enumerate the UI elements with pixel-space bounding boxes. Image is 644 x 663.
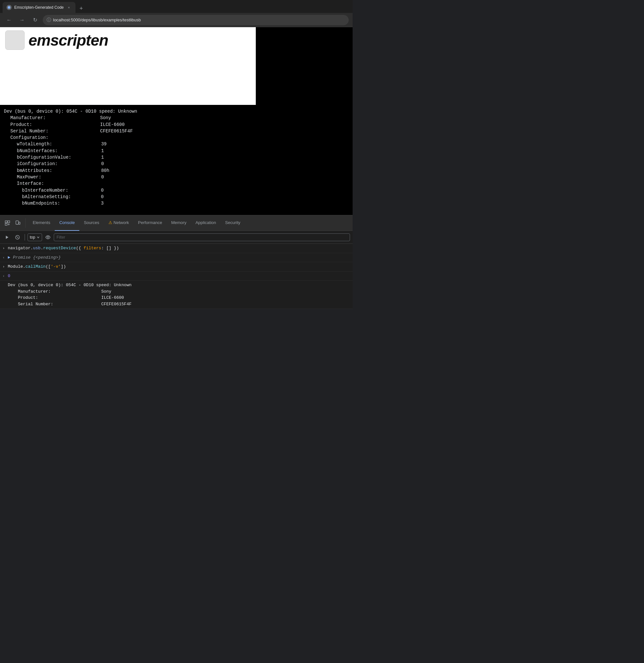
tab-network[interactable]: ⚠ Network	[104, 215, 134, 231]
svg-line-9	[17, 236, 19, 238]
console-arrow-output-2: ‹	[3, 274, 6, 279]
console-text-1: navigator.usb.requestDevice({ filters: […	[8, 245, 350, 252]
tab-console[interactable]: Console	[55, 215, 79, 231]
address-bar[interactable]: ⓘ localhost:5000/deps/libusb/examples/te…	[43, 15, 349, 25]
terminal-line: Manufacturer: Sony	[4, 115, 349, 121]
svg-point-10	[47, 236, 49, 238]
console-entry-1: › navigator.usb.requestDevice({ filters:…	[0, 244, 352, 253]
console-device-line-1: Manufacturer: Sony	[8, 289, 350, 295]
terminal-line: bmAttributes: 80h	[4, 167, 349, 174]
console-text-4: 0	[8, 273, 350, 279]
tab-close-button[interactable]: ×	[66, 5, 72, 10]
url-text: localhost:5000/deps/libusb/examples/test…	[53, 18, 141, 22]
console-device-line-3: Serial Number: CFEFE0615F4F	[8, 301, 350, 307]
console-arrow-input: ›	[3, 246, 6, 251]
page-content-area: emscripten	[0, 27, 352, 105]
console-text-3: Module.callMain(['-v'])	[8, 264, 350, 270]
devtools-tabs: Elements Console Sources ⚠ Network Perfo…	[0, 215, 352, 231]
terminal-line: Interface:	[4, 180, 349, 187]
inspect-element-button[interactable]	[3, 218, 12, 228]
chevron-down-icon	[37, 236, 40, 239]
tab-elements[interactable]: Elements	[28, 215, 55, 231]
svg-rect-2	[8, 221, 10, 223]
clear-console-button[interactable]	[13, 233, 22, 242]
tab-security[interactable]: Security	[221, 215, 245, 231]
terminal-line: iConfiguration: 0	[4, 161, 349, 167]
terminal-line: bNumEndpoints: 3	[4, 200, 349, 207]
tab-performance[interactable]: Performance	[133, 215, 166, 231]
terminal-line: wTotalLength: 39	[4, 141, 349, 147]
svg-rect-5	[19, 222, 20, 224]
svg-rect-4	[16, 221, 19, 224]
terminal-line: bInterfaceNumber: 0	[4, 187, 349, 193]
console-output: › navigator.usb.requestDevice({ filters:…	[0, 244, 352, 309]
terminal-line: Product: ILCE-6600	[4, 121, 349, 128]
eye-button[interactable]	[43, 233, 52, 242]
terminal-line: bConfigurationValue: 1	[4, 154, 349, 161]
logo-text: emscripten	[28, 31, 108, 49]
devtools-panel: Elements Console Sources ⚠ Network Perfo…	[0, 215, 352, 309]
tab-application[interactable]: Application	[191, 215, 221, 231]
console-device-line-2: Product: ILCE-6600	[8, 295, 350, 301]
emscripten-logo: emscripten	[5, 30, 108, 50]
new-tab-button[interactable]: +	[77, 4, 86, 13]
tab-bar: Emscripten-Generated Code × +	[0, 0, 352, 13]
network-warning-icon: ⚠	[109, 220, 112, 225]
console-device-line-header: Dev (bus 0, device 0): 054C - 0D10 speed…	[8, 282, 350, 289]
console-device-info: Dev (bus 0, device 0): 054C - 0D10 speed…	[0, 281, 352, 309]
svg-marker-7	[6, 236, 8, 239]
security-info-icon: ⓘ	[47, 17, 51, 23]
svg-rect-1	[5, 221, 7, 223]
console-arrow-output: ‹	[3, 255, 6, 260]
console-entry-4: ‹ 0	[0, 272, 352, 281]
reload-button[interactable]: ↻	[30, 15, 40, 25]
run-script-button[interactable]	[3, 233, 12, 242]
terminal-line: Serial Number: CFEFE0615F4F	[4, 128, 349, 134]
terminal-line: MaxPower: 0	[4, 174, 349, 180]
logo-icon	[5, 30, 25, 50]
console-arrow-input-2: ›	[3, 264, 6, 270]
active-tab[interactable]: Emscripten-Generated Code ×	[3, 2, 75, 13]
terminal-output: Dev (bus 0, device 0): 054C - 0D10 speed…	[0, 105, 352, 215]
device-toggle-button[interactable]	[13, 218, 23, 228]
back-button[interactable]: ←	[4, 15, 14, 25]
tab-title: Emscripten-Generated Code	[14, 5, 64, 10]
tab-favicon	[6, 5, 12, 10]
toolbar-divider	[25, 234, 25, 241]
console-entry-3: › Module.callMain(['-v'])	[0, 262, 352, 272]
console-entry-2: ‹ ► Promise {<pending>}	[0, 253, 352, 262]
nav-bar: ← → ↻ ⓘ localhost:5000/deps/libusb/examp…	[0, 13, 352, 27]
terminal-line: Configuration:	[4, 134, 349, 141]
devtools-icon-group	[3, 218, 26, 228]
svg-point-0	[8, 6, 10, 9]
context-selector[interactable]: top	[27, 233, 42, 241]
console-text-2: ► Promise {<pending>}	[8, 254, 350, 261]
tab-memory[interactable]: Memory	[167, 215, 191, 231]
terminal-line: bNumInterfaces: 1	[4, 147, 349, 154]
page-black-section	[256, 27, 352, 105]
terminal-line: bAlternateSetting: 0	[4, 193, 349, 200]
filter-input[interactable]	[54, 233, 350, 241]
svg-rect-3	[5, 223, 7, 225]
console-toolbar: top	[0, 231, 352, 244]
forward-button[interactable]: →	[17, 15, 27, 25]
page-white-section: emscripten	[0, 27, 256, 105]
tab-sources[interactable]: Sources	[79, 215, 104, 231]
terminal-line: Dev (bus 0, device 0): 054C - 0D10 speed…	[4, 108, 349, 115]
